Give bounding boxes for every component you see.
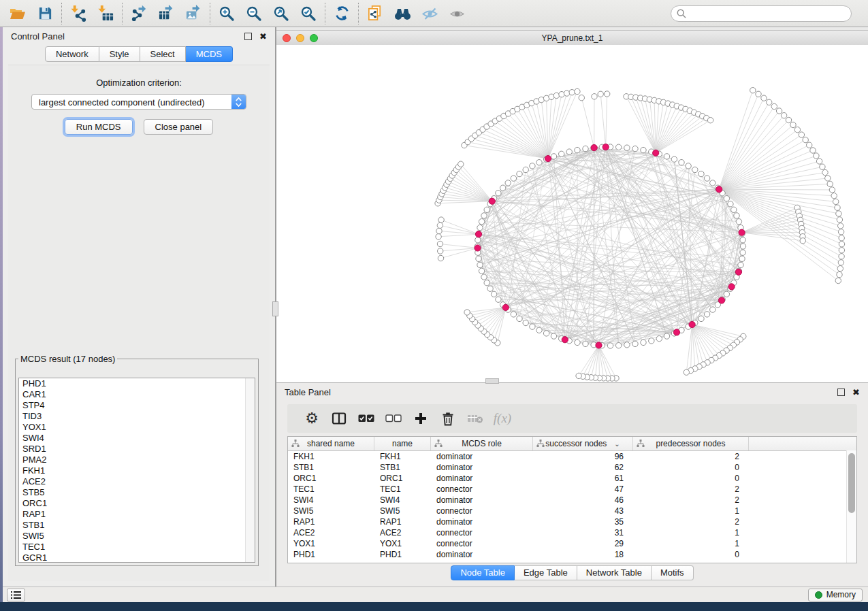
cell-successor-nodes[interactable]: 43 [533, 506, 633, 516]
mcds-result-item[interactable]: ORC1 [19, 498, 255, 509]
network-window-titlebar[interactable]: YPA_prune.txt_1 [276, 30, 868, 46]
float-panel-icon[interactable] [837, 389, 845, 396]
cell-shared-name[interactable]: RAP1 [288, 517, 374, 527]
tab-motifs[interactable]: Motifs [652, 565, 694, 580]
zoom-in-button[interactable] [213, 2, 240, 25]
mcds-result-item[interactable]: PHD1 [19, 378, 255, 389]
add-column-button[interactable] [407, 406, 434, 431]
float-panel-icon[interactable] [244, 33, 252, 40]
open-session-button[interactable] [4, 2, 31, 25]
mcds-result-item[interactable]: SRD1 [19, 444, 255, 455]
cell-predecessor-nodes[interactable]: 1 [633, 528, 749, 538]
mcds-result-item[interactable]: GCR1 [19, 552, 255, 563]
export-network-button[interactable] [125, 2, 152, 25]
tab-node-table[interactable]: Node Table [451, 565, 515, 580]
mcds-result-item[interactable]: STB5 [19, 487, 255, 498]
cell-shared-name[interactable]: SWI4 [288, 495, 374, 505]
cell-successor-nodes[interactable]: 46 [533, 495, 633, 505]
cell-shared-name[interactable]: STB1 [288, 463, 374, 472]
run-mcds-button[interactable]: Run MCDS [65, 119, 133, 135]
cell-predecessor-nodes[interactable]: 2 [633, 495, 749, 505]
cell-name[interactable]: STB1 [374, 463, 431, 472]
import-network-button[interactable] [65, 2, 92, 25]
cell-predecessor-nodes[interactable]: 2 [633, 452, 749, 461]
cell-name[interactable]: TEC1 [374, 484, 431, 494]
column-header-name[interactable]: name [374, 437, 431, 450]
cell-mcds-role[interactable]: dominator [431, 474, 533, 483]
mcds-result-item[interactable]: STP4 [19, 400, 255, 411]
cell-name[interactable]: YOX1 [374, 539, 431, 548]
close-panel-button[interactable]: Close panel [144, 119, 214, 135]
memory-button[interactable]: Memory [808, 589, 863, 601]
tab-mcds[interactable]: MCDS [186, 46, 233, 62]
delete-column-button[interactable] [434, 406, 462, 431]
table-row[interactable]: ACE2ACE2connector311 [288, 527, 856, 538]
zoom-out-button[interactable] [240, 2, 268, 25]
cell-mcds-role[interactable]: connector [431, 539, 533, 548]
cell-successor-nodes[interactable]: 29 [533, 539, 633, 548]
show-all-button[interactable] [443, 2, 470, 25]
cell-shared-name[interactable]: SWI5 [288, 506, 374, 516]
cell-mcds-role[interactable]: connector [431, 528, 533, 538]
tab-network[interactable]: Network [45, 46, 99, 62]
cell-predecessor-nodes[interactable]: 2 [633, 484, 749, 494]
mcds-result-item[interactable]: FKH1 [19, 465, 255, 476]
cell-predecessor-nodes[interactable]: 1 [633, 506, 749, 516]
table-row[interactable]: RAP1RAP1dominator352 [288, 516, 856, 527]
table-scrollbar[interactable] [846, 450, 856, 563]
cell-predecessor-nodes[interactable]: 1 [633, 539, 749, 548]
task-history-button[interactable] [7, 589, 25, 601]
cell-shared-name[interactable]: FKH1 [288, 452, 374, 461]
mcds-result-item[interactable]: SWI5 [19, 531, 255, 542]
column-header-shared-name[interactable]: shared name [288, 437, 374, 450]
export-image-button[interactable] [180, 2, 207, 25]
cell-mcds-role[interactable]: dominator [431, 550, 533, 559]
cell-name[interactable]: RAP1 [374, 517, 431, 527]
scrollbar-thumb[interactable] [848, 453, 855, 513]
mcds-result-item[interactable]: SWI4 [19, 433, 255, 444]
mcds-result-item[interactable]: RAP1 [19, 509, 255, 520]
cell-shared-name[interactable]: ACE2 [288, 528, 374, 538]
cell-successor-nodes[interactable]: 62 [533, 463, 633, 472]
cell-predecessor-nodes[interactable]: 0 [633, 474, 749, 483]
mcds-result-list[interactable]: PHD1CAR1STP4TID3YOX1SWI4SRD1PMA2FKH1ACE2… [18, 378, 255, 563]
deselect-all-button[interactable] [380, 406, 407, 431]
table-row[interactable]: ORC1ORC1dominator610 [288, 473, 856, 484]
cell-shared-name[interactable]: YOX1 [288, 539, 374, 548]
cell-mcds-role[interactable]: connector [431, 484, 533, 494]
first-neighbors-button[interactable] [389, 2, 416, 25]
cell-mcds-role[interactable]: dominator [431, 517, 533, 527]
save-session-button[interactable] [31, 2, 59, 25]
tab-style[interactable]: Style [99, 46, 140, 62]
cell-predecessor-nodes[interactable]: 0 [633, 463, 749, 472]
fit-content-button[interactable] [268, 2, 295, 25]
import-table-button[interactable] [92, 2, 119, 25]
table-options-button[interactable]: ⚙ [298, 406, 325, 431]
cell-predecessor-nodes[interactable]: 2 [633, 517, 749, 527]
mcds-result-item[interactable]: PMA2 [19, 455, 255, 465]
mcds-result-item[interactable]: ACE2 [19, 476, 255, 487]
tab-network-table[interactable]: Network Table [577, 565, 652, 580]
close-panel-icon[interactable]: ✖ [259, 32, 267, 41]
search-box[interactable] [671, 5, 852, 22]
cell-name[interactable]: SWI4 [374, 495, 431, 505]
column-header-successor-nodes[interactable]: successor nodes⌄ [533, 437, 633, 450]
cell-name[interactable]: PHD1 [374, 550, 431, 559]
cell-successor-nodes[interactable]: 47 [533, 484, 633, 494]
export-table-button[interactable] [152, 2, 180, 25]
horizontal-splitter-handle[interactable] [485, 378, 499, 384]
column-visibility-button[interactable] [325, 406, 353, 431]
column-header-mcds-role[interactable]: MCDS role [431, 437, 533, 450]
cell-name[interactable]: SWI5 [374, 506, 431, 516]
mcds-result-item[interactable]: CAR1 [19, 389, 255, 400]
cell-name[interactable]: ACE2 [374, 528, 431, 538]
cell-shared-name[interactable]: PHD1 [288, 550, 374, 559]
zoom-selected-button[interactable] [295, 2, 322, 25]
select-all-button[interactable] [353, 406, 380, 431]
hide-selected-button[interactable] [416, 2, 443, 25]
table-row[interactable]: TEC1TEC1connector472 [288, 484, 856, 495]
cell-mcds-role[interactable]: dominator [431, 463, 533, 472]
cell-successor-nodes[interactable]: 31 [533, 528, 633, 538]
network-graph[interactable] [276, 45, 868, 382]
search-input[interactable] [690, 7, 851, 20]
